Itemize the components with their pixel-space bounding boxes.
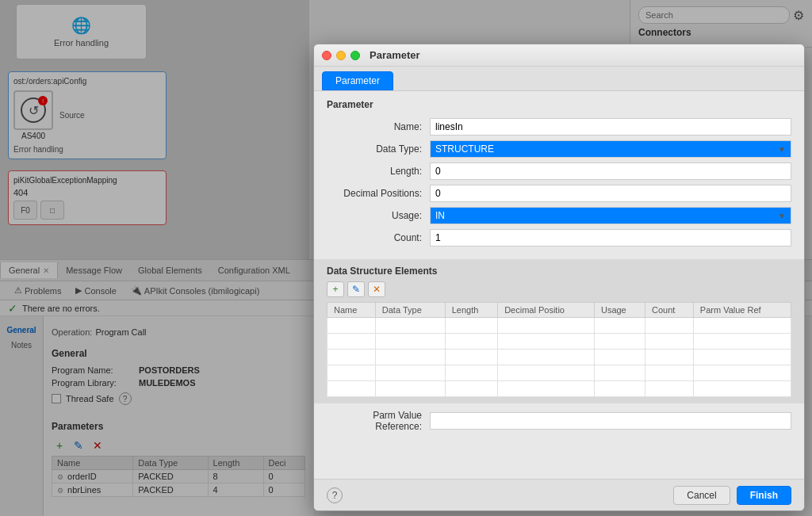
modal-tabs: Parameter xyxy=(314,67,804,91)
modal-tab-parameter[interactable]: Parameter xyxy=(322,71,393,90)
parm-value-row: Parm Value Reference: xyxy=(314,403,804,438)
datatype-label: Data Type: xyxy=(327,143,430,155)
name-label: Name: xyxy=(327,121,430,132)
cancel-button[interactable]: Cancel xyxy=(673,486,730,505)
name-row: Name: xyxy=(327,118,791,136)
ds-add-button[interactable]: + xyxy=(327,281,344,297)
ds-title: Data Structure Elements xyxy=(327,266,791,277)
tl-green-button[interactable] xyxy=(350,51,360,60)
ds-col-count: Count xyxy=(645,303,693,318)
modal-title: Parameter xyxy=(370,49,420,61)
count-input[interactable] xyxy=(430,229,791,247)
ds-empty-row-1 xyxy=(327,318,791,334)
ds-col-usage: Usage xyxy=(594,303,645,318)
modal-titlebar: Parameter xyxy=(314,44,804,67)
ds-section: Data Structure Elements + ✎ ✕ Name Data … xyxy=(314,259,804,403)
ds-empty-row-3 xyxy=(327,350,791,365)
ds-col-datatype: Data Type xyxy=(375,303,445,318)
ds-col-name: Name xyxy=(327,303,376,318)
ds-empty-row-2 xyxy=(327,334,791,350)
ds-col-length: Length xyxy=(445,303,497,318)
parm-value-input[interactable] xyxy=(430,412,791,430)
ds-empty-row-5 xyxy=(327,381,791,397)
footer-help-icon[interactable]: ? xyxy=(327,487,343,503)
count-row: Count: xyxy=(327,229,791,247)
ds-edit-button[interactable]: ✎ xyxy=(347,281,365,297)
finish-button[interactable]: Finish xyxy=(737,486,791,505)
usage-label: Usage: xyxy=(327,210,430,221)
length-row: Length: xyxy=(327,162,791,180)
datatype-dropdown-arrow: ▼ xyxy=(778,145,786,154)
tl-yellow-button[interactable] xyxy=(336,51,346,60)
count-label: Count: xyxy=(327,232,430,243)
parm-value-label: Parm Value Reference: xyxy=(327,410,430,432)
ds-delete-button[interactable]: ✕ xyxy=(368,281,385,297)
usage-dropdown-arrow: ▼ xyxy=(778,212,786,220)
decimal-input[interactable] xyxy=(430,185,791,202)
usage-row: Usage: IN ▼ xyxy=(327,207,791,224)
modal-body: Parameter Name: Data Type: STRUCTURE ▼ L… xyxy=(314,91,804,479)
tl-red-button[interactable] xyxy=(322,51,331,60)
usage-value: IN xyxy=(435,210,445,221)
length-label: Length: xyxy=(327,166,430,177)
name-input[interactable] xyxy=(430,118,791,136)
ds-empty-row-4 xyxy=(327,365,791,381)
modal-footer: ? Cancel Finish xyxy=(314,479,804,510)
decimal-row: Decimal Positions: xyxy=(327,185,791,202)
ds-toolbar: + ✎ ✕ xyxy=(327,281,791,297)
parameter-modal: Parameter Parameter Parameter Name: Data… xyxy=(313,44,805,511)
length-input[interactable] xyxy=(430,162,791,180)
modal-section-title: Parameter xyxy=(327,99,791,110)
ds-col-parm: Parm Value Ref xyxy=(693,303,791,318)
ds-col-decimal: Decimal Positio xyxy=(498,303,595,318)
datatype-select[interactable]: STRUCTURE ▼ xyxy=(430,140,791,158)
ds-table: Name Data Type Length Decimal Positio Us… xyxy=(327,302,791,397)
datatype-value: STRUCTURE xyxy=(435,143,494,155)
modal-parameter-section: Parameter Name: Data Type: STRUCTURE ▼ L… xyxy=(314,91,804,259)
datatype-row: Data Type: STRUCTURE ▼ xyxy=(327,140,791,158)
decimal-label: Decimal Positions: xyxy=(327,188,430,199)
usage-select[interactable]: IN ▼ xyxy=(430,207,791,224)
footer-buttons: Cancel Finish xyxy=(673,486,791,505)
